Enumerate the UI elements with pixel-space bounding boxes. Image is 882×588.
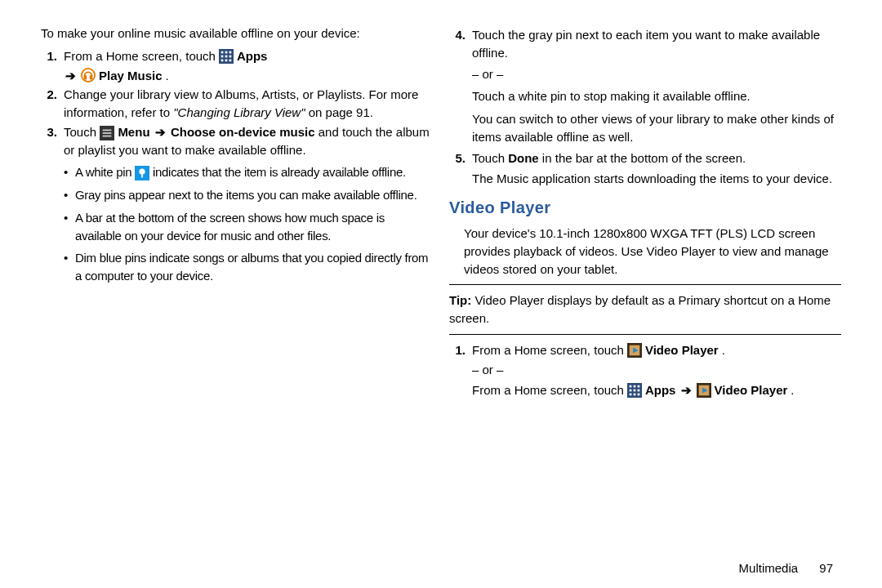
bullet-3: •A bar at the bottom of the screen shows…: [64, 209, 433, 245]
period: .: [166, 67, 169, 85]
tip-label: Tip:: [449, 293, 471, 307]
divider: [449, 334, 841, 335]
vp-intro: Your device's 10.1-inch 1280x800 WXGA TF…: [464, 225, 841, 278]
step-number: 2.: [41, 86, 64, 122]
choose-label: Choose on-device music: [171, 125, 315, 139]
apps-label: Apps: [237, 47, 268, 65]
apps-grid-icon: [219, 49, 234, 64]
video-player-label: Video Player: [645, 341, 719, 359]
video-player-heading: Video Player: [449, 196, 841, 220]
tip-body: Video Player displays by default as a Pr…: [449, 293, 831, 325]
left-column: To make your online music available offl…: [41, 24, 433, 401]
step1-continuation: ➔ Play Music.: [64, 67, 433, 85]
tip-row: Tip: Video Player displays by default as…: [449, 292, 841, 327]
bullet-2: •Gray pins appear next to the items you …: [64, 186, 433, 204]
step5-a: Touch: [472, 151, 508, 165]
step-number: 1.: [41, 47, 64, 65]
video-player-label: Video Player: [715, 381, 788, 399]
svg-rect-31: [634, 394, 636, 396]
svg-rect-26: [638, 385, 640, 388]
step4-or: – or –: [472, 65, 841, 83]
play-music-icon: [81, 68, 96, 82]
svg-rect-2: [225, 51, 228, 53]
svg-rect-32: [638, 394, 640, 396]
intro-text: To make your online music available offl…: [41, 24, 433, 42]
period: .: [722, 341, 725, 359]
svg-rect-4: [221, 55, 224, 57]
white-pin-icon: [135, 166, 149, 180]
vp1-a: From a Home screen, touch: [472, 341, 624, 359]
divider: [449, 284, 841, 285]
step-3: 3. Touch Menu ➔ Choose on-device music a…: [41, 123, 433, 159]
svg-rect-7: [221, 59, 224, 61]
arrow-icon: ➔: [679, 381, 693, 399]
svg-rect-9: [229, 59, 232, 61]
arrow-icon: ➔: [64, 67, 78, 85]
step-4: 4. Touch the gray pin next to each item …: [449, 26, 841, 146]
right-column: 4. Touch the gray pin next to each item …: [449, 24, 841, 401]
vp-step-1: 1. From a Home screen, touch Video Playe…: [449, 341, 841, 399]
bullet-4: •Dim blue pins indicate songs or albums …: [64, 249, 433, 285]
svg-rect-14: [103, 129, 112, 131]
apps-label: Apps: [645, 381, 676, 399]
svg-rect-3: [229, 51, 232, 53]
step-5: 5. Touch Done in the bar at the bottom o…: [449, 149, 841, 189]
vp1-b: From a Home screen, touch: [472, 381, 624, 399]
step-number: 4.: [449, 26, 472, 146]
svg-rect-28: [634, 390, 636, 392]
svg-rect-16: [103, 135, 112, 136]
video-player-icon: [627, 343, 642, 358]
footer-page: 97: [819, 561, 833, 575]
play-music-label: Play Music: [99, 67, 163, 85]
svg-rect-8: [225, 59, 228, 61]
step4-c: You can switch to other views of your li…: [472, 110, 841, 146]
b3: A bar at the bottom of the screen shows …: [75, 209, 433, 245]
svg-rect-12: [90, 75, 93, 79]
svg-rect-11: [84, 75, 87, 79]
step1-pre: From a Home screen, touch: [64, 47, 216, 65]
step-2: 2. Change your library view to Albums, A…: [41, 86, 433, 122]
video-player-icon: [697, 383, 711, 398]
step5-c: The Music application starts downloading…: [472, 170, 841, 188]
page-footer: Multimedia 97: [739, 561, 833, 575]
menu-label: Menu: [118, 125, 149, 139]
svg-rect-24: [630, 385, 632, 388]
svg-point-10: [82, 69, 95, 82]
step2-ref: "Changing Library View": [173, 105, 305, 119]
step-1: 1. From a Home screen, touch Apps: [41, 47, 433, 65]
svg-rect-5: [225, 55, 228, 57]
period: .: [791, 381, 794, 399]
svg-rect-29: [638, 390, 640, 392]
step-number: 1.: [449, 341, 472, 399]
step4-b: Touch a white pin to stop making it avai…: [472, 87, 841, 105]
b2: Gray pins appear next to the items you c…: [75, 186, 433, 204]
menu-icon: [100, 126, 114, 140]
done-label: Done: [508, 151, 539, 165]
svg-rect-27: [630, 390, 632, 392]
step3-touch: Touch: [64, 125, 100, 139]
svg-rect-19: [141, 172, 143, 177]
svg-rect-1: [221, 51, 224, 53]
b1-a: A white pin: [75, 165, 135, 179]
apps-grid-icon: [627, 383, 642, 398]
step2-text-b: on page 91.: [305, 105, 373, 119]
vp1-or: – or –: [472, 361, 841, 379]
footer-section: Multimedia: [739, 561, 799, 575]
b1-b: indicates that the item is already avail…: [153, 165, 406, 179]
svg-rect-6: [229, 55, 232, 57]
bullet-1: • A white pin indicates that the item is…: [64, 163, 433, 181]
step4-a: Touch the gray pin next to each item you…: [472, 26, 841, 62]
arrow-icon: ➔: [154, 125, 167, 139]
svg-rect-30: [630, 394, 632, 396]
b4: Dim blue pins indicate songs or albums t…: [75, 249, 433, 285]
step5-b: in the bar at the bottom of the screen.: [539, 151, 746, 165]
step-number: 3.: [41, 123, 64, 159]
step-number: 5.: [449, 149, 472, 189]
svg-rect-25: [634, 385, 636, 388]
svg-rect-15: [103, 132, 112, 134]
